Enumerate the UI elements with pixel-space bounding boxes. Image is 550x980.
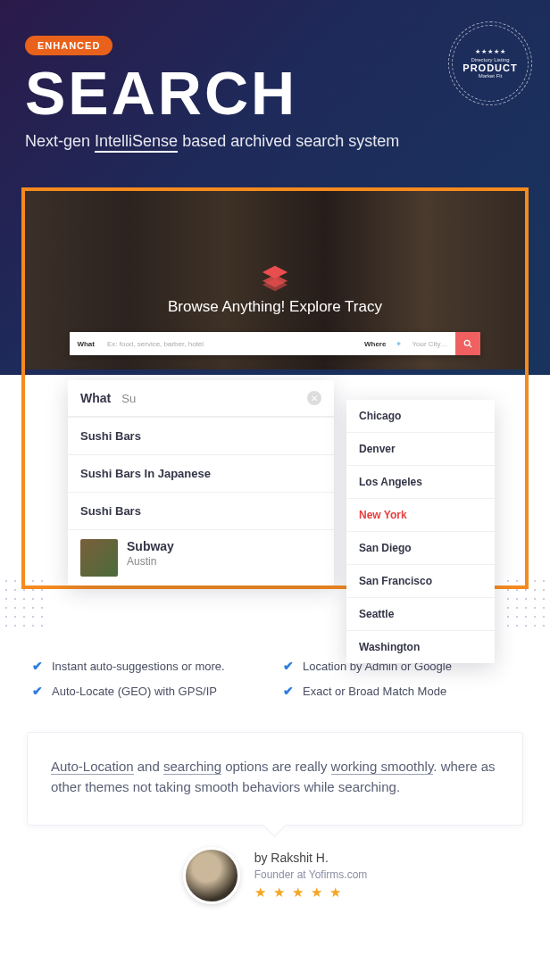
author-name: by Rakshit H.: [254, 851, 368, 865]
hero-sub-highlight: IntelliSense: [95, 132, 178, 153]
dropdown-panels: What Su ✕ Sushi Bars Sushi Bars In Japan…: [68, 380, 495, 663]
feature-text: Auto-Locate (GEO) with GPS/IP: [52, 685, 217, 698]
check-icon: ✔: [32, 659, 43, 673]
city-item[interactable]: Los Angeles: [346, 466, 495, 499]
testimonial-t1: and: [134, 759, 163, 774]
rating-stars: ★ ★ ★ ★ ★: [254, 884, 368, 901]
testimonial-text: Auto-Location and searching options are …: [51, 756, 499, 798]
hero-sub-before: Next-gen: [25, 132, 90, 150]
what-label: What: [70, 332, 102, 355]
city-item-active[interactable]: New York: [346, 499, 495, 532]
result-subtitle: Austin: [127, 555, 174, 568]
check-icon: ✔: [32, 684, 43, 698]
svg-line-4: [469, 345, 471, 348]
search-button[interactable]: [455, 332, 480, 355]
testimonial-u2: searching: [163, 759, 221, 775]
suggestion-item[interactable]: Sushi Bars In Japanese: [68, 454, 334, 492]
seal-line2: PRODUCT: [462, 62, 517, 73]
city-item[interactable]: Seattle: [346, 598, 495, 631]
browser-mock: Browse Anything! Explore Tracy What Ex: …: [25, 191, 525, 370]
hero-sub-after: based archived search system: [182, 132, 399, 150]
product-seal-badge: ★★★★★ Directory Listing PRODUCT Market F…: [454, 27, 527, 100]
city-item[interactable]: Washington: [346, 631, 495, 663]
feature-text: Exact or Broad Match Mode: [303, 685, 446, 698]
city-item[interactable]: San Francisco: [346, 565, 495, 598]
testimonial-card: Auto-Location and searching options are …: [27, 732, 523, 826]
enhanced-badge: ENHANCED: [25, 36, 112, 55]
testimonial-u1: Auto-Location: [51, 759, 134, 775]
clear-icon[interactable]: ✕: [307, 391, 321, 405]
what-dropdown-header: What Su ✕: [68, 380, 334, 417]
hero-subtitle: Next-gen IntelliSense based archived sea…: [25, 132, 525, 151]
suggestion-item[interactable]: Sushi Bars: [68, 492, 334, 529]
what-dropdown: What Su ✕ Sushi Bars Sushi Bars In Japan…: [68, 380, 334, 586]
city-item[interactable]: Denver: [346, 433, 495, 466]
what-dropdown-query: Su: [121, 392, 136, 405]
browser-tagline: Browse Anything! Explore Tracy: [168, 298, 382, 316]
check-icon: ✔: [283, 684, 294, 698]
what-input[interactable]: Ex: food, service, barber, hotel: [102, 332, 357, 355]
svg-point-3: [464, 340, 470, 345]
avatar: [183, 847, 240, 904]
seal-line1: Directory Listing: [471, 57, 509, 62]
where-dropdown: Chicago Denver Los Angeles New York San …: [346, 400, 495, 663]
what-dropdown-label: What: [80, 391, 111, 405]
author-block: by Rakshit H. Founder at Yofirms.com ★ ★…: [0, 847, 550, 931]
search-bar: What Ex: food, service, barber, hotel Wh…: [70, 332, 479, 355]
suggestion-item-rich[interactable]: Subway Austin: [68, 529, 334, 586]
result-title: Subway: [127, 539, 174, 553]
suggestion-item[interactable]: Sushi Bars: [68, 417, 334, 454]
seal-line3: Market Fit: [479, 73, 503, 79]
city-item[interactable]: Chicago: [346, 400, 495, 433]
feature-item: ✔ Auto-Locate (GEO) with GPS/IP: [32, 684, 267, 698]
testimonial-t2: options are really: [221, 759, 331, 774]
seal-stars: ★★★★★: [475, 48, 506, 55]
where-label: Where: [357, 332, 393, 355]
author-role: Founder at Yofirms.com: [254, 868, 368, 881]
result-thumbnail: [80, 539, 118, 577]
where-input[interactable]: Your City…: [404, 332, 454, 355]
stack-icon: [259, 262, 291, 295]
feature-item: ✔ Exact or Broad Match Mode: [283, 684, 518, 698]
city-item[interactable]: San Diego: [346, 532, 495, 565]
testimonial-u3: working smoothly: [331, 759, 434, 775]
pin-icon: ⌖: [393, 332, 404, 355]
